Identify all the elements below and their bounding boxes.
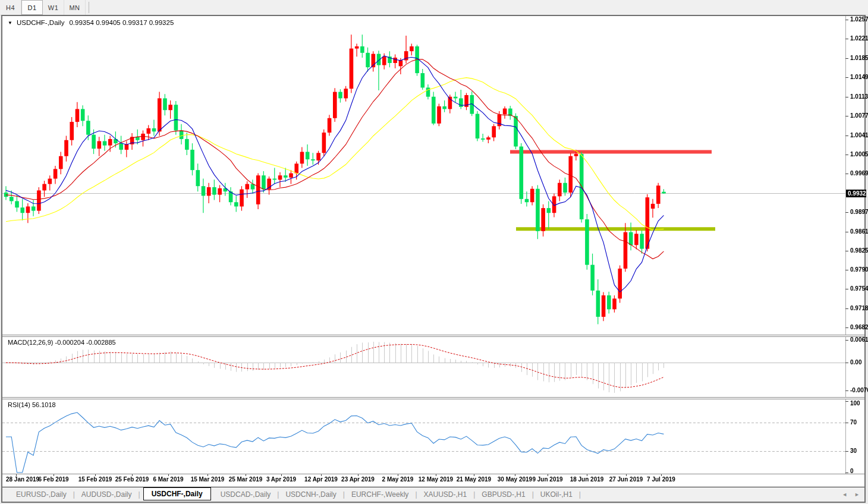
tab-usdcad-daily[interactable]: USDCAD-,Daily [214,490,278,499]
timeframe-button-w1[interactable]: W1 [43,0,64,15]
date-axis-label: 12 Apr 2019 [304,476,338,483]
date-axis-label: 9 Jun 2019 [532,476,562,483]
price-axis-label: 1.00410 [850,132,867,138]
price-axis-label: 1.02570 [850,16,867,23]
date-axis-label: 25 Mar 2019 [229,476,263,483]
date-axis-label: 28 Jan 2019 [6,476,39,483]
price-axis-label: 1.00770 [850,112,867,119]
tab-eurchf-weekly[interactable]: EURCHF-,Weekly [345,490,415,499]
trading-terminal: { "toolbar": { "timeframes": [ {"label":… [0,0,868,504]
tab-eurusd-daily[interactable]: EURUSD-,Daily [10,490,73,499]
price-axis-label: 0.97900 [850,266,867,273]
tab-scroll-arrows: ◄► [842,492,860,497]
tab-audusd-daily[interactable]: AUDUSD-,Daily [75,490,139,499]
date-axis-label: 15 Feb 2019 [78,476,112,483]
date-axis-label: 23 Apr 2019 [341,476,375,483]
rsi-axis-label: 30 [850,448,867,454]
chart-title: ▼USDCHF-,Daily0.99354 0.99405 0.99317 0.… [8,19,174,26]
rsi-indicator-label: RSI(14) 56.1018 [8,401,56,408]
date-axis-label: 18 Jun 2019 [570,476,604,483]
date-axis-label: 25 Feb 2019 [115,476,149,483]
price-axis-label: 0.99690 [850,170,867,177]
rsi-axis-label: 0 [850,468,867,474]
chart-dropdown-icon[interactable]: ▼ [8,20,12,26]
price-axis-label: 1.01490 [850,74,867,80]
rsi-pane-splitter[interactable] [2,397,864,399]
macd-values: -0.000204 -0.002885 [55,339,115,346]
chart-window: ▼USDCHF-,Daily0.99354 0.99405 0.99317 0.… [1,15,866,503]
price-axis-label: 1.01850 [850,55,867,61]
timeframe-button-d1[interactable]: D1 [21,0,43,15]
date-axis-label: 3 Apr 2019 [266,476,296,483]
macd-axis-label: -0.00761 [850,387,867,393]
rsi-axis-label: 100 [850,400,867,407]
timeframe-button-mn[interactable]: MN [64,0,86,15]
current-price-badge: 0.99325 [846,190,866,197]
price-axis-label: 0.98250 [850,247,867,254]
price-axis-label: 0.98610 [850,228,867,235]
macd-name: MACD(12,26,9) [8,339,53,346]
date-axis-label: 6 Mar 2019 [153,476,183,483]
macd-indicator-label: MACD(12,26,9) -0.000204 -0.002885 [8,339,116,346]
price-axis-label: 1.00050 [850,151,867,158]
price-axis-label: 0.97180 [850,305,867,311]
price-axis-label: 1.02210 [850,35,867,42]
macd-axis-label: 0.00613 [850,336,867,343]
tab-xauusd-h1[interactable]: XAUUSD-,H1 [417,490,474,499]
date-axis-label: 7 Jul 2019 [647,476,675,483]
tab-gbpusd-h1[interactable]: GBPUSD-,H1 [475,490,532,499]
date-axis-label: 12 May 2019 [419,476,453,483]
tab-ukoil-h1[interactable]: UKOil-,H1 [534,490,579,499]
price-axis-label: 0.97540 [850,285,867,292]
chart-symbol-label: USDCHF-,Daily [17,19,65,26]
tab-scroll-left-icon[interactable]: ◄ [842,492,847,497]
macd-axis-label: 0.00 [850,359,867,366]
date-axis-label: 2 May 2019 [382,476,414,483]
date-axis-label: 15 Mar 2019 [191,476,225,483]
price-axis-label: 1.01130 [850,93,867,100]
price-axis-label: 0.98970 [850,209,867,215]
rsi-axis-label: 70 [850,419,867,426]
tab-scroll-right-icon[interactable]: ► [854,492,860,497]
timeframe-toolbar: H4D1W1MN [0,0,868,15]
toolbar-divider [86,2,89,13]
tab-divider: | [139,490,140,499]
tab-divider: | [579,490,581,499]
tab-usdcnh-daily[interactable]: USDCNH-,Daily [279,490,342,499]
timeframe-button-h4[interactable]: H4 [0,0,21,15]
chart-canvas[interactable] [2,16,864,502]
chart-tab-bar: EURUSD-,Daily|AUDUSD-,Daily|USDCHF-,Dail… [2,487,864,502]
chart-ohlc-values: 0.99354 0.99405 0.99317 0.99325 [69,19,174,26]
tab-usdchf-daily[interactable]: USDCHF-,Daily [143,487,211,500]
price-axis-label: 0.96820 [850,324,867,330]
date-axis-label: 30 May 2019 [498,476,532,483]
date-axis-label: 6 Feb 2019 [38,476,68,483]
macd-pane-splitter[interactable] [2,335,864,337]
date-axis-label: 21 May 2019 [457,476,491,483]
date-axis-label: 27 Jun 2019 [609,476,643,483]
